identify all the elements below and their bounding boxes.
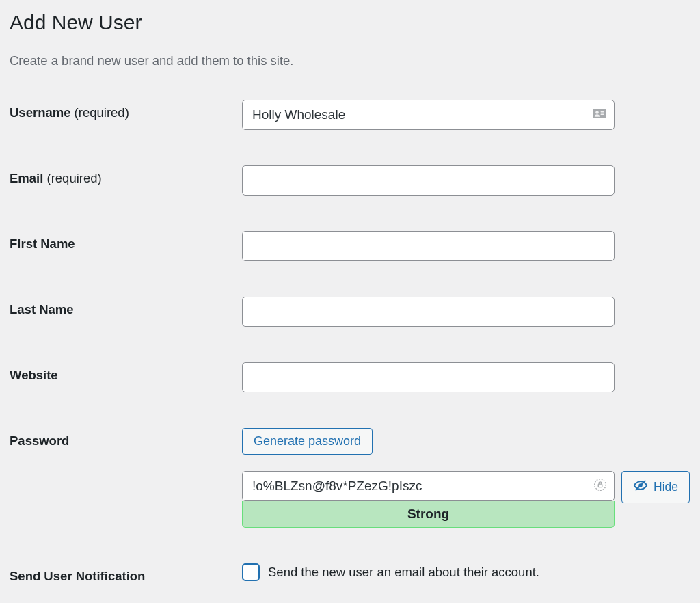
password-input[interactable] [242, 471, 615, 501]
website-input[interactable] [242, 362, 615, 392]
username-input[interactable] [242, 100, 615, 130]
username-label: Username (required) [10, 105, 129, 120]
notification-checkbox-label[interactable]: Send the new user an email about their a… [268, 565, 539, 580]
first-name-input[interactable] [242, 231, 615, 261]
notification-label: Send User Notification [10, 569, 145, 583]
website-label: Website [10, 368, 58, 382]
page-title: Add New User [10, 11, 690, 34]
email-input[interactable] [242, 165, 615, 196]
last-name-input[interactable] [242, 297, 615, 327]
email-label: Email (required) [10, 171, 102, 185]
last-name-label: Last Name [10, 302, 74, 317]
send-notification-checkbox[interactable] [242, 563, 260, 581]
first-name-label: First Name [10, 237, 75, 251]
generate-password-button[interactable]: Generate password [242, 428, 373, 455]
page-description: Create a brand new user and add them to … [10, 53, 690, 68]
password-strength-indicator: Strong [242, 501, 615, 528]
hide-password-button[interactable]: Hide [621, 471, 690, 503]
eye-slash-icon [633, 478, 648, 496]
password-label: Password [10, 433, 69, 448]
